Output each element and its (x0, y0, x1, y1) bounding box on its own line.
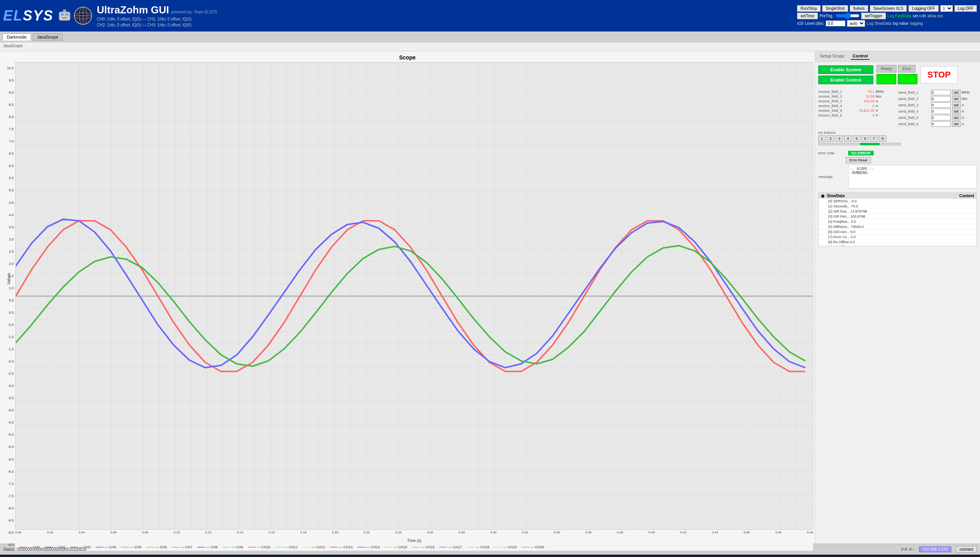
fields-section: receive_field_1 79.1 RPM receive_field_2… (818, 90, 977, 127)
send-field-4-input[interactable] (931, 109, 951, 114)
my-btn-empty2[interactable] (839, 143, 859, 145)
scope-svg (16, 63, 813, 529)
my-btn-4[interactable]: 4 (844, 135, 852, 142)
stop-button[interactable]: STOP (921, 66, 958, 83)
log-off-button[interactable]: Log OFF (954, 5, 977, 12)
send-field-6-set-btn[interactable]: set (952, 121, 961, 127)
my-btn-7[interactable]: 7 (870, 135, 878, 142)
tab-bar: Darkmode JavaScope (0, 31, 980, 43)
fix-axis-button[interactable]: fixAxis (850, 5, 868, 12)
receive-field-6-label: receive_field_6 (818, 113, 850, 117)
level-label: Level (div): (805, 21, 824, 26)
my-btn-2[interactable]: 2 (827, 135, 834, 142)
receive-field-1-row: receive_field_1 79.1 RPM (818, 90, 897, 94)
receive-field-4-unit: A (876, 104, 884, 108)
logging-off-button[interactable]: Logging OFF (908, 5, 938, 12)
n-value-select[interactable]: 1 (940, 5, 953, 12)
send-field-1-set-btn[interactable]: set (952, 90, 961, 95)
send-field-4-row: send_field_4 set A (899, 109, 977, 114)
send-field-2-set-btn[interactable]: set (952, 96, 961, 102)
set-time-button[interactable]: setTime (797, 13, 818, 19)
my-btn-3[interactable]: 3 (836, 135, 843, 142)
send-field-5-input[interactable] (931, 115, 951, 120)
my-btn-8[interactable]: 8 (879, 135, 886, 142)
enable-system-button[interactable]: Enable System (818, 65, 873, 74)
my-btn-empty1[interactable] (818, 143, 838, 145)
send-field-4-set-btn[interactable]: set (952, 109, 961, 114)
tab-darkmode[interactable]: Darkmode (2, 33, 31, 41)
send-fields: send_field_1 set RPM send_field_2 set Nm… (899, 90, 977, 127)
rp-tab-setup-scope[interactable]: Setup Scope (818, 53, 846, 60)
error-reset-button[interactable]: Error Reset (846, 157, 871, 163)
receive-field-5-value: 78,821.35 (851, 109, 875, 113)
y-axis: 10.0 9.5 9.0 8.5 8.0 7.5 7.0 6.5 6.0 5.5… (2, 62, 15, 551)
sd-row-8: (8) Rs Offline 0.0 (819, 240, 976, 245)
slowdata-rows: (0) ZEROVA... 0.0 (1) Seconds... 79.0 (2… (819, 199, 976, 246)
level-select[interactable]: auto (847, 20, 865, 27)
sd-row-1: (1) Seconds... 79.0 (819, 204, 976, 209)
set-nth-label: set n-th (913, 14, 926, 18)
toolbar: Run/Stop SingleShot fixAxis SaveScreen X… (797, 5, 977, 27)
x-axis-label: Time (s) (15, 538, 813, 544)
pretrig-slider[interactable] (836, 13, 860, 19)
sd-content-4: (4) FreqRea... 0.0 (828, 220, 975, 224)
my-btn-6[interactable]: 6 (862, 135, 869, 142)
status-error: Error (898, 65, 915, 72)
receive-field-1-unit: RPM (876, 90, 884, 94)
scope-area: Scope 10.0 9.5 9.0 8.5 8.0 7.5 7.0 6.5 6… (0, 51, 815, 544)
run-stop-button[interactable]: Run/Stop (797, 5, 821, 12)
send-field-6-input[interactable] (931, 121, 951, 127)
send-field-6-row: send_field_6 set A (899, 121, 977, 127)
receive-field-2-unit: Nm (876, 94, 884, 98)
toolbar-row-2: setTime PreTrig.: setTrigger Log FastDat… (797, 13, 977, 19)
receive-field-6-unit: V (876, 113, 884, 117)
sd-row-6: (6) ADCcon... 0.0 (819, 229, 976, 235)
tab-javascope[interactable]: JavaScope (33, 33, 63, 41)
set-trigger-button[interactable]: setTrigger (861, 13, 886, 19)
my-btn-1[interactable]: 1 (818, 135, 826, 142)
single-shot-button[interactable]: SingleShot (822, 5, 848, 12)
my-btn-active[interactable] (860, 143, 880, 145)
sd-content-3: (3) ISR Peri... 100.9798 (828, 215, 975, 218)
robot-icon (57, 9, 72, 23)
enable-control-button[interactable]: Enable Control (818, 76, 873, 84)
receive-field-2-label: receive_field_2 (818, 94, 850, 98)
slowdata-title: SlowData (827, 194, 845, 198)
level-value-input[interactable] (826, 20, 845, 26)
send-field-3-input[interactable] (931, 102, 951, 108)
status-text: Status: 00000000000000000000000010100010 (3, 547, 897, 551)
send-field-2-row: send_field_2 set Nm (899, 96, 977, 102)
send-field-3-label: send_field_3 (899, 103, 930, 107)
svg-rect-2 (65, 13, 68, 16)
rp-tab-control[interactable]: Control (851, 53, 869, 60)
send-field-5-set-btn[interactable]: set (952, 115, 961, 120)
log-fastdata-link[interactable]: Log FastData (888, 14, 911, 18)
sd-content-1: (1) Seconds... 79.0 (828, 204, 975, 208)
y-axis-title: Values (7, 273, 11, 285)
ip-address-field[interactable]: 192.168.1.233 (919, 546, 951, 552)
send-field-1-input[interactable] (931, 90, 951, 95)
send-field-1-row: send_field_1 set RPM (899, 90, 977, 95)
my-btn-5[interactable]: 5 (853, 135, 860, 142)
send-field-2-input[interactable] (931, 96, 951, 102)
my-btn-empty3[interactable] (881, 143, 900, 145)
connect-button[interactable]: connect (956, 546, 977, 553)
error-section: error code NO ERROR Error Reset message … (818, 151, 977, 189)
receive-field-5-label: receive_field_5 (818, 109, 850, 113)
scope-chart-container: 10.0 9.5 9.0 8.5 8.0 7.5 7.0 6.5 6.0 5.5… (2, 62, 813, 551)
allow-ext-label: allow ext. (927, 14, 944, 18)
status-indicators: Ready Error (876, 65, 917, 84)
x10-label: x10 (797, 21, 803, 26)
sd-content-7: (7) Error Co... 0.0 (828, 235, 975, 239)
logo: ELSYS (3, 7, 54, 24)
send-field-3-set-btn[interactable]: set (952, 102, 961, 108)
send-field-6-label: send_field_6 (899, 122, 930, 126)
chart-canvas[interactable] (15, 62, 813, 530)
powered-by: powered by: Team ELSYS (172, 10, 218, 14)
receive-field-4-row: receive_field_4 0 A (818, 104, 897, 108)
sd-content-5: (5) Milliseco... 79043.0 (828, 225, 975, 229)
send-field-4-label: send_field_4 (899, 109, 930, 113)
log-slowdata-link[interactable]: Log SlowData (867, 21, 891, 26)
save-screen-xls-button[interactable]: SaveScreen XLS (870, 5, 907, 12)
my-buttons-label: my buttons (818, 131, 977, 135)
